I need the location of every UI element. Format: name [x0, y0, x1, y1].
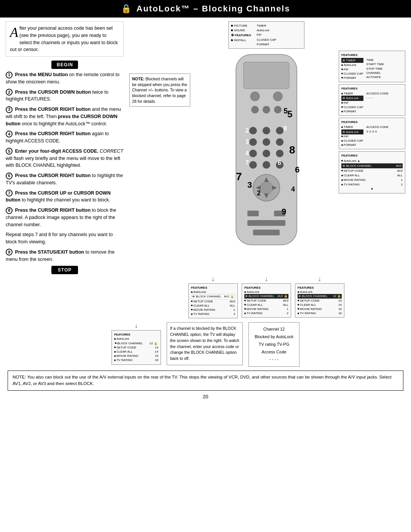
channel-info-line3: TV rating TV-PG — [255, 341, 293, 348]
step-5-label: Enter your four-digit ACCESS CODE. — [15, 149, 98, 154]
remote-svg: 5 8 7 3 2 4 6 7 3 2 8 6 4 9 5 — [225, 51, 308, 264]
svg-text:3: 3 — [247, 180, 252, 190]
begin-button[interactable]: BEGIN — [51, 61, 78, 69]
bottom-flow-section: ↓ FEATURES AutoLock ⊕ BLOCK CHANNELAV2 🔒… — [127, 275, 405, 318]
drop-cap: A — [10, 26, 18, 39]
svg-point-4 — [251, 106, 259, 113]
svg-text:4: 4 — [245, 150, 249, 157]
step-9-number: 9 — [6, 249, 13, 256]
svg-text:5: 5 — [287, 109, 292, 119]
svg-text:6: 6 — [295, 165, 299, 174]
svg-point-5 — [263, 106, 270, 113]
svg-point-13 — [249, 150, 257, 157]
step-repeat: Repeat steps 7 and 8 for any channels yo… — [6, 231, 124, 246]
intro-box: A fter your personal access code has bee… — [6, 21, 124, 57]
svg-rect-28 — [253, 230, 280, 235]
channel-info-line4: Access Code — [255, 348, 293, 356]
step-3-number: 3 — [6, 106, 13, 113]
step-2-label: Press the CURSOR DOWN button — [15, 89, 91, 95]
svg-text:2: 2 — [245, 127, 249, 134]
svg-point-14 — [263, 150, 270, 157]
bottom-note-text: NOTE: You also can block out the use of … — [13, 375, 392, 386]
page-title: AutoLock™ – Blocking Channels — [137, 4, 290, 14]
svg-text:8: 8 — [289, 144, 295, 156]
step-1: 1 Press the MENU button on the remote co… — [6, 71, 124, 86]
note-title: NOTE: — [132, 77, 145, 81]
svg-text:6: 6 — [278, 160, 281, 166]
step-8-number: 8 — [6, 207, 13, 214]
step-8-label: Press the CURSOR RIGHT button — [15, 208, 91, 213]
svg-point-11 — [263, 138, 270, 146]
step-1-label: Press the MENU button — [15, 72, 68, 77]
svg-text:7: 7 — [245, 160, 249, 166]
step-9: 9 Press the STATUS/EXIT button to remove… — [6, 249, 124, 263]
step-5-number: 5 — [6, 148, 13, 155]
channel-blocked-explanation: If a channel is blocked by the BLOCK CHA… — [167, 322, 243, 365]
svg-point-2 — [250, 92, 260, 101]
right-panels-column: FEATURES ⊕ TIMER AutoLock PIP CLOSED CAP… — [339, 51, 405, 193]
right-column: PICTURE SOUND ⊕FEATURES INSTALL TIMER Au… — [127, 21, 405, 318]
svg-text:7: 7 — [236, 171, 242, 182]
svg-text:4: 4 — [291, 185, 295, 193]
panel-lock-av2-b: FEATURES AutoLock ⊕ BLOCK CHANNELAV2 🔒 S… — [242, 283, 291, 318]
bottom-note: NOTE: You also can block out the use of … — [8, 371, 403, 391]
step-9-label: Press the STATUS/EXIT button — [15, 249, 84, 255]
svg-point-10 — [249, 138, 257, 146]
svg-rect-1 — [244, 62, 289, 89]
channel-info-line2: Blocked by AutoLock — [255, 333, 293, 341]
arrow-down-2: ↓ — [265, 275, 268, 282]
panel-final-channels: FEATURES AutoLock BLOCK CHANNEL12 🔒 SETU… — [112, 330, 161, 364]
panel-lock-av2: FEATURES AutoLock ⊕ BLOCK CHANNELAV2 🔒 S… — [188, 283, 238, 318]
step-3: 3 Press the CURSOR RIGHT button and the … — [6, 106, 124, 127]
svg-text:9: 9 — [282, 207, 286, 216]
panel-autolock-access: FEATURES TIMER ⊕ AutoLock PIP CLOSED CAP… — [339, 84, 405, 116]
svg-text:2: 2 — [257, 189, 261, 197]
step-6-number: 6 — [6, 173, 13, 179]
intro-text: fter your personal access code has been … — [10, 26, 118, 52]
step-8: 8 Press the CURSOR RIGHT button to block… — [6, 207, 124, 228]
arrow-down-3: ↓ — [318, 275, 322, 282]
remote-control: 5 8 7 3 2 4 6 7 3 2 8 6 4 9 5 — [225, 51, 308, 264]
bottom-section: ↓ FEATURES AutoLock BLOCK CHANNEL12 🔒 SE… — [0, 322, 411, 406]
svg-text:8: 8 — [284, 125, 287, 132]
arrow-down-1: ↓ — [212, 275, 215, 282]
svg-point-7 — [249, 127, 257, 134]
step-7-label: Press the CURSOR UP or CURSOR DOWN butto… — [6, 190, 111, 203]
panel-access-code-x: FEATURES TIMER ⊕ AutoLock PIP CLOSED CAP… — [339, 118, 405, 149]
svg-point-12 — [276, 138, 284, 146]
channel-info-line1: Channel 12 — [255, 326, 293, 333]
svg-rect-27 — [247, 220, 285, 226]
step-6: 6 Press the CURSOR RIGHT button to highl… — [6, 172, 124, 187]
svg-point-15 — [276, 150, 284, 157]
channel-info-line5: - - - - — [255, 356, 293, 363]
svg-point-6 — [274, 106, 282, 113]
svg-text:3: 3 — [245, 139, 249, 145]
step-2-number: 2 — [6, 89, 13, 96]
channel-info-panel: Channel 12 Blocked by AutoLock TV rating… — [249, 322, 299, 367]
svg-point-9 — [276, 127, 284, 134]
arrow-down-final: ↓ — [134, 322, 138, 329]
panel-channels-12-16: FEATURES AutoLock ⊕ BLOCK CHANNEL12 🔒 SE… — [295, 283, 344, 318]
svg-point-3 — [273, 92, 282, 101]
step-7-number: 7 — [6, 190, 13, 197]
svg-point-20 — [260, 181, 273, 195]
left-column: A fter your personal access code has bee… — [6, 21, 124, 318]
page-number: 20 — [6, 394, 405, 399]
step-4-number: 4 — [6, 131, 13, 137]
step-4-label: Press the CURSOR RIGHT button — [15, 131, 91, 136]
note-blocked-channels: NOTE: Blocked channels will be skipped w… — [129, 73, 190, 107]
step-2: 2 Press the CURSOR DOWN button twice to … — [6, 89, 124, 103]
step-7: 7 Press the CURSOR UP or CURSOR DOWN but… — [6, 190, 124, 204]
step-5: 5 Enter your four-digit ACCESS CODE. COR… — [6, 148, 124, 169]
step-6-label: Press the CURSOR RIGHT button — [15, 173, 91, 178]
top-menu-panel: PICTURE SOUND ⊕FEATURES INSTALL TIMER Au… — [228, 21, 304, 49]
svg-point-17 — [263, 161, 270, 169]
svg-point-16 — [249, 161, 257, 169]
panel-block-channel: FEATURES AutoLock ▲ ⊕ BLOCK CHANNELAV2 S… — [339, 151, 405, 193]
step-1-number: 1 — [6, 72, 13, 78]
step-3-label: Press the CURSOR RIGHT button — [15, 107, 91, 112]
svg-point-8 — [263, 127, 270, 134]
channel-blocked-text: If a channel is blocked by the BLOCK CHA… — [170, 326, 239, 361]
svg-rect-25 — [247, 211, 259, 216]
stop-button[interactable]: STOP — [51, 266, 78, 274]
